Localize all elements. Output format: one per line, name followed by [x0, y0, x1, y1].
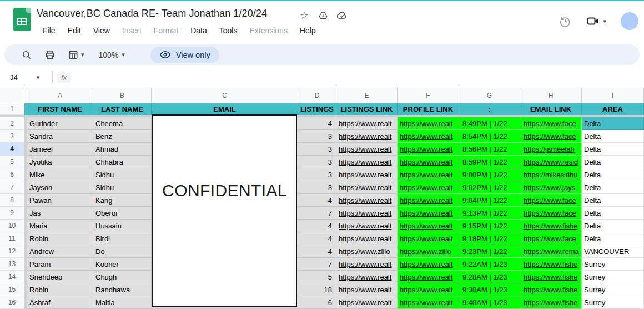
- cell-email-link[interactable]: https://www.fishe: [520, 258, 582, 271]
- menu-edit[interactable]: Edit: [63, 24, 86, 37]
- row-header-12[interactable]: 12: [0, 245, 24, 258]
- cell-first-name[interactable]: Snehdeep: [27, 271, 93, 283]
- menu-file[interactable]: File: [38, 24, 61, 37]
- cell-area[interactable]: Delta: [582, 181, 644, 194]
- cell-profile-link[interactable]: https://www.realt: [398, 143, 459, 156]
- document-title[interactable]: Vancouver,BC Canada RE- Team Jonathan 1/…: [37, 8, 267, 19]
- cell-profile-link[interactable]: https://www.realt: [398, 283, 459, 296]
- cell-email-link[interactable]: https://www.fishe: [520, 283, 582, 296]
- cell-last-name[interactable]: Ahmad: [93, 143, 152, 156]
- menu-view[interactable]: View: [88, 24, 115, 37]
- cell-first-name[interactable]: Gurinder: [27, 117, 93, 130]
- cell-listings[interactable]: 18: [298, 283, 336, 296]
- name-box[interactable]: J4 ▾: [0, 73, 48, 82]
- header-cell-3[interactable]: EMAIL: [152, 103, 298, 115]
- header-cell-6[interactable]: PROFILE LINK: [398, 103, 459, 115]
- cell-last-name[interactable]: Sidhu: [93, 168, 152, 181]
- cell-listings-link[interactable]: https://www.realt: [336, 194, 398, 207]
- cell-area[interactable]: Delta: [582, 220, 644, 232]
- cell-listings[interactable]: 3: [298, 156, 336, 168]
- column-header-g[interactable]: G: [459, 88, 520, 103]
- cell-profile-link[interactable]: https://www.realt: [398, 220, 459, 232]
- menu-format[interactable]: Format: [149, 24, 183, 37]
- cell-listings[interactable]: 4: [298, 245, 336, 258]
- cell-first-name[interactable]: Ashraf: [27, 296, 93, 309]
- cell-email-link[interactable]: https://www.fishe: [520, 220, 582, 232]
- cell-listings-link[interactable]: https://www.realt: [336, 168, 398, 181]
- cell-profile-link[interactable]: https://www.realt: [398, 156, 459, 168]
- cell-last-name[interactable]: Cheema: [93, 117, 152, 130]
- cell-email-link[interactable]: https://www.resid: [520, 156, 582, 168]
- cell-email-link[interactable]: https://www.face: [520, 232, 582, 245]
- cell-first-name[interactable]: Sandra: [27, 130, 93, 143]
- cell-listings-link[interactable]: https://www.realt: [336, 207, 398, 220]
- row-header-2[interactable]: 2: [0, 117, 24, 130]
- row-header-16[interactable]: 16: [0, 296, 24, 309]
- view-only-badge[interactable]: View only: [150, 47, 219, 63]
- cloud-saved-icon[interactable]: [336, 10, 348, 21]
- cell-time[interactable]: 9:00PM | 1/22: [459, 168, 520, 181]
- header-cell-4[interactable]: LISTINGS: [298, 103, 336, 115]
- filter-views-control[interactable]: ▾: [68, 49, 84, 61]
- cell-last-name[interactable]: Benz: [93, 130, 152, 143]
- cell-profile-link[interactable]: https://www.realt: [398, 207, 459, 220]
- cell-area[interactable]: Delta: [582, 168, 644, 181]
- video-call-icon[interactable]: ▾: [586, 14, 606, 28]
- cell-email-link[interactable]: https://mikesidhu: [520, 168, 582, 181]
- cell-time[interactable]: 9:22AM | 1/23: [459, 258, 520, 271]
- cell-first-name[interactable]: Jameel: [27, 143, 93, 156]
- cell-area[interactable]: Surrey: [582, 283, 644, 296]
- header-cell-9[interactable]: AREA: [582, 103, 644, 115]
- cell-area[interactable]: Delta: [582, 117, 644, 130]
- cell-time[interactable]: 8:49PM | 1/22: [459, 117, 520, 130]
- cell-first-name[interactable]: Jas: [27, 207, 93, 220]
- cell-last-name[interactable]: Maitla: [93, 296, 152, 309]
- cell-time[interactable]: 8:54PM | 1/22: [459, 130, 520, 143]
- row-header-13[interactable]: 13: [0, 258, 24, 271]
- cell-email-link[interactable]: https://www.face: [520, 117, 582, 130]
- cell-listings[interactable]: 6: [298, 296, 336, 309]
- cell-listings-link[interactable]: https://www.realt: [336, 232, 398, 245]
- row-header-14[interactable]: 14: [0, 271, 24, 283]
- chevron-down-icon[interactable]: ▾: [603, 18, 606, 25]
- cell-listings-link[interactable]: https://www.realt: [336, 258, 398, 271]
- cell-listings[interactable]: 3: [298, 168, 336, 181]
- cell-last-name[interactable]: Hussain: [93, 220, 152, 232]
- cell-last-name[interactable]: Chugh: [93, 271, 152, 283]
- search-icon[interactable]: [21, 49, 32, 61]
- menu-insert[interactable]: Insert: [117, 24, 147, 37]
- cell-email-link[interactable]: https://www.jays: [520, 181, 582, 194]
- row-header-4[interactable]: 4: [0, 143, 24, 156]
- menu-extensions[interactable]: Extensions: [244, 24, 292, 37]
- cell-last-name[interactable]: Chhabra: [93, 156, 152, 168]
- cell-area[interactable]: Delta: [582, 194, 644, 207]
- zoom-control[interactable]: 100% ▾: [99, 51, 125, 59]
- cell-area[interactable]: Delta: [582, 207, 644, 220]
- cell-time[interactable]: 8:59PM | 1/22: [459, 156, 520, 168]
- cell-email-link[interactable]: https://www.fishe: [520, 271, 582, 283]
- cell-area[interactable]: Delta: [582, 232, 644, 245]
- row-header-3[interactable]: 3: [0, 130, 24, 143]
- column-header-i[interactable]: I: [582, 88, 644, 103]
- cell-listings[interactable]: 3: [298, 130, 336, 143]
- cell-email-link[interactable]: https://www.rema: [520, 245, 582, 258]
- header-cell-8[interactable]: EMAIL LINK: [520, 103, 582, 115]
- cell-area[interactable]: Surrey: [582, 271, 644, 283]
- row-header-9[interactable]: 9: [0, 207, 24, 220]
- column-header-c[interactable]: C: [152, 88, 298, 103]
- header-cell-1[interactable]: FIRST NAME: [27, 103, 93, 115]
- add-to-drive-icon[interactable]: [318, 10, 329, 21]
- menu-data[interactable]: Data: [185, 24, 212, 37]
- cell-time[interactable]: 9:04PM | 1/22: [459, 194, 520, 207]
- cell-area[interactable]: Delta: [582, 156, 644, 168]
- row-header-8[interactable]: 8: [0, 194, 24, 207]
- cell-profile-link[interactable]: https://www.zillo: [398, 245, 459, 258]
- cell-profile-link[interactable]: https://www.realt: [398, 130, 459, 143]
- cell-listings-link[interactable]: https://www.realt: [336, 143, 398, 156]
- cell-listings-link[interactable]: https://www.realt: [336, 271, 398, 283]
- cell-time[interactable]: 9:28AM | 1/23: [459, 271, 520, 283]
- cell-first-name[interactable]: Mike: [27, 168, 93, 181]
- column-header-e[interactable]: E: [336, 88, 398, 103]
- cell-first-name[interactable]: Andrew: [27, 245, 93, 258]
- cell-listings[interactable]: 7: [298, 207, 336, 220]
